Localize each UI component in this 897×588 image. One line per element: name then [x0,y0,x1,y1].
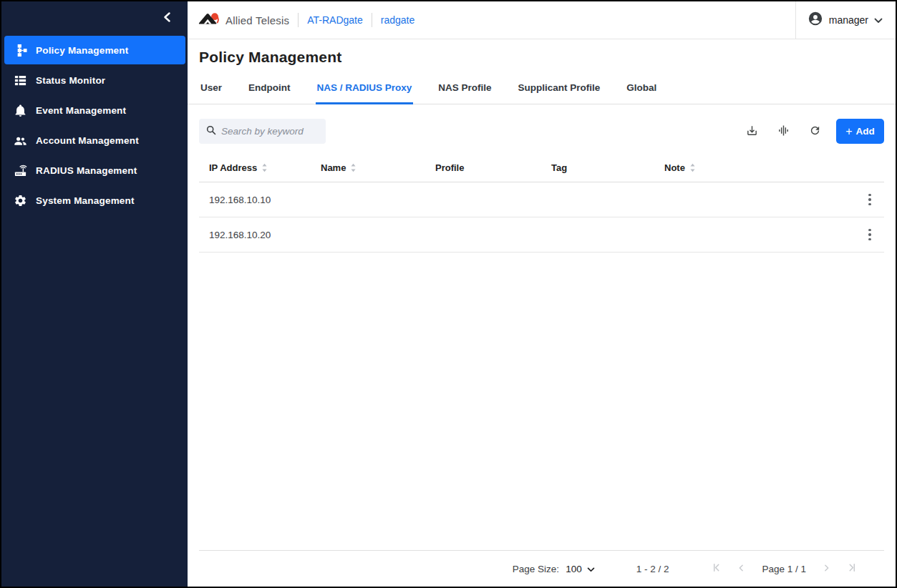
page-content: Policy Management User Endpoint NAS / RA… [188,39,896,587]
refresh-icon [809,124,821,139]
column-label: Name [321,162,346,173]
sidebar-item-label: Policy Management [36,45,128,56]
sidebar-item-radius-management[interactable]: RADIUS Management [4,156,185,185]
range-text: 1 - 2 / 2 [636,564,669,574]
column-label: IP Address [209,162,257,173]
column-header-ip-address[interactable]: IP Address [199,162,321,173]
sort-icon [689,163,696,172]
first-page-icon [712,563,721,574]
sidebar-item-event-management[interactable]: Event Management [4,96,185,124]
main-area: Allied Telesis AT-RADgate radgate manage… [188,1,896,587]
tab-nas-radius-proxy[interactable]: NAS / RADIUS Proxy [316,79,414,104]
first-page-button[interactable] [711,564,721,574]
row-actions [855,190,884,210]
column-label: Profile [435,162,464,173]
column-header-note[interactable]: Note [664,162,855,173]
sidebar-item-system-management[interactable]: System Management [4,186,185,215]
people-icon [13,133,27,147]
tabs: User Endpoint NAS / RADIUS Proxy NAS Pro… [188,79,896,104]
page-size-label: Page Size: [513,564,559,574]
page-size-group: Page Size: 100 [513,564,595,574]
topbar: Allied Telesis AT-RADgate radgate manage… [188,1,896,39]
column-header-name[interactable]: Name [321,162,435,173]
columns-icon [777,124,790,139]
chevron-left-icon [163,12,173,25]
nas-table: IP Address Name Profile [199,154,884,253]
previous-page-button[interactable] [736,564,746,574]
search-input[interactable] [221,126,319,137]
kebab-icon [868,194,871,206]
tab-user[interactable]: User [199,79,223,104]
tabs-bar: User Endpoint NAS / RADIUS Proxy NAS Pro… [188,79,896,104]
tab-global[interactable]: Global [625,79,658,104]
cell-ip-address: 192.168.10.20 [199,230,321,240]
columns-button[interactable] [772,121,794,142]
sidebar-item-label: Status Monitor [36,75,105,86]
page-size-select[interactable]: 100 [566,564,595,574]
chevron-left-icon [737,564,745,574]
chevron-down-icon [587,564,595,574]
table-row: 192.168.10.10 [199,182,884,217]
toolbar: + Add [199,119,884,144]
row-menu-button[interactable] [860,190,880,210]
download-button[interactable] [741,121,762,142]
sidebar: Policy Management Status Monitor [1,1,188,587]
user-name: manager [829,14,868,26]
content-spacer [199,253,884,550]
page-size-value: 100 [566,564,582,574]
column-label: Tag [551,162,567,173]
next-page-button[interactable] [822,564,832,574]
sidebar-item-label: Event Management [36,105,126,116]
chevron-down-icon [874,14,883,26]
search-icon [206,125,216,138]
column-header-profile: Profile [435,162,551,173]
row-actions [855,225,884,245]
gear-icon [13,193,27,207]
sidebar-nav: Policy Management Status Monitor [1,36,188,216]
row-menu-button[interactable] [860,225,880,245]
sidebar-item-label: RADIUS Management [36,165,137,176]
sort-icon [261,163,268,172]
sidebar-collapse-button[interactable] [159,10,176,27]
sidebar-item-label: Account Management [36,135,139,146]
page-title: Policy Management [199,49,884,66]
allied-telesis-logo-icon [198,11,220,30]
router-icon [13,163,27,177]
brand-logo: Allied Telesis [198,11,289,30]
chevron-right-icon [823,564,831,574]
last-page-button[interactable] [847,564,857,574]
sidebar-item-label: System Management [36,195,135,206]
user-menu[interactable]: manager [795,1,896,39]
breadcrumb-app-link[interactable]: AT-RADgate [307,14,363,26]
plus-icon: + [845,126,852,137]
add-button-label: Add [856,126,875,137]
tab-endpoint[interactable]: Endpoint [247,79,291,104]
add-button[interactable]: + Add [836,119,884,144]
brand-name: Allied Telesis [226,14,289,26]
sidebar-collapse-row [1,1,188,36]
tab-nas-profile[interactable]: NAS Profile [437,79,493,104]
download-icon [746,124,758,139]
refresh-button[interactable] [804,121,825,142]
sidebar-item-status-monitor[interactable]: Status Monitor [4,66,185,94]
cell-ip-address: 192.168.10.10 [199,195,321,205]
page-indicator: Page 1 / 1 [761,564,807,574]
table-row: 192.168.10.20 [199,217,884,253]
sidebar-item-account-management[interactable]: Account Management [4,126,185,155]
list-icon [13,73,27,87]
pagination-bar: Page Size: 100 1 - 2 / 2 [199,551,884,587]
kebab-icon [868,229,871,241]
search-box [199,119,326,144]
column-label: Note [664,162,685,173]
sort-icon [350,163,357,172]
topbar-divider [298,13,299,27]
last-page-icon [848,563,857,574]
sidebar-item-policy-management[interactable]: Policy Management [4,36,185,64]
table-header-row: IP Address Name Profile [199,154,884,182]
bell-icon [13,103,27,117]
tab-supplicant-profile[interactable]: Supplicant Profile [517,79,602,104]
pager-controls: Page 1 / 1 [711,564,857,574]
column-header-tag: Tag [551,162,664,173]
topbar-divider [372,13,372,27]
breadcrumb-host-link[interactable]: radgate [381,14,414,26]
